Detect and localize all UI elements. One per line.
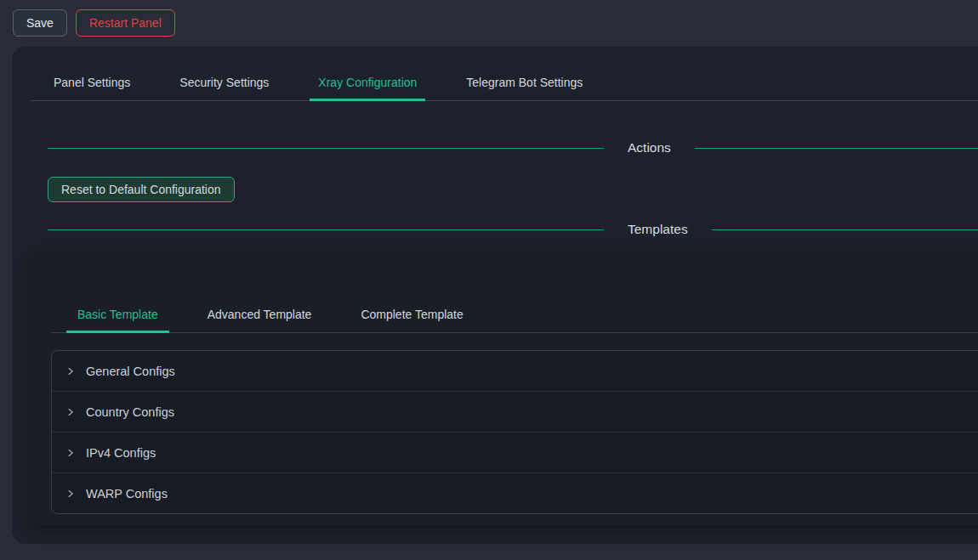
ipv4-configs-header[interactable]: IPv4 Configs [52,433,978,472]
collapse-item-label: WARP Configs [86,487,168,501]
actions-divider-label: Actions [604,140,695,156]
collapse-item-warp-configs: WARP Configs [52,473,978,513]
chevron-right-icon [65,407,76,417]
collapse-item-general-configs: General Configs [52,351,978,392]
divider-line [712,229,978,230]
tab-xray-configuration[interactable]: Xray Configuration [310,65,425,100]
collapse-item-label: Country Configs [86,405,174,419]
tab-panel-settings[interactable]: Panel Settings [45,65,139,100]
top-action-bar: Save Restart Panel [0,0,978,47]
chevron-right-icon [65,448,76,458]
reset-default-configuration-button[interactable]: Reset to Default Configuration [48,177,235,202]
tab-advanced-template[interactable]: Advanced Template [196,297,323,332]
country-configs-header[interactable]: Country Configs [52,392,978,432]
actions-divider: Actions [48,138,978,158]
warp-configs-header[interactable]: WARP Configs [52,473,978,513]
settings-tab-bar: Panel Settings Security Settings Xray Co… [31,65,978,101]
templates-divider-label: Templates [604,222,712,237]
collapse-item-ipv4-configs: IPv4 Configs [52,433,978,473]
restart-panel-button[interactable]: Restart Panel [76,9,175,37]
settings-card: Panel Settings Security Settings Xray Co… [12,47,978,544]
tab-complete-template[interactable]: Complete Template [350,297,474,332]
general-configs-header[interactable]: General Configs [52,351,978,391]
collapse-item-label: IPv4 Configs [86,446,156,460]
collapse-item-country-configs: Country Configs [52,392,978,433]
divider-line [48,229,604,230]
templates-divider: Templates [48,219,978,240]
tab-basic-template[interactable]: Basic Template [66,297,169,332]
tab-security-settings[interactable]: Security Settings [171,65,277,100]
templates-card: Basic Template Advanced Template Complet… [31,252,978,525]
tab-telegram-bot-settings[interactable]: Telegram Bot Settings [458,65,591,100]
save-button[interactable]: Save [13,9,67,37]
config-collapse-list: General Configs Country Configs IPv4 Con… [51,350,978,514]
divider-line [48,148,604,149]
template-tab-bar: Basic Template Advanced Template Complet… [51,297,978,333]
divider-line [695,148,978,149]
collapse-item-label: General Configs [86,365,175,378]
chevron-right-icon [65,366,76,376]
chevron-right-icon [65,489,76,499]
